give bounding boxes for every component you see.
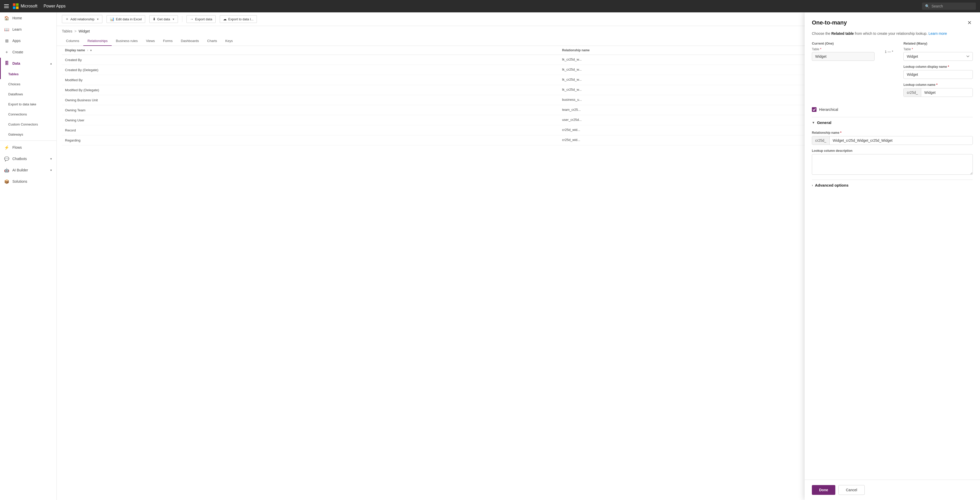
tab-columns[interactable]: Columns xyxy=(62,37,83,46)
breadcrumb-separator: > xyxy=(74,29,76,33)
tab-business-rules[interactable]: Business rules xyxy=(112,37,142,46)
general-chevron-icon: ▼ xyxy=(812,121,815,124)
breadcrumb-tables[interactable]: Tables xyxy=(62,29,72,33)
tab-views[interactable]: Views xyxy=(142,37,159,46)
apps-icon: ⊞ xyxy=(4,38,9,43)
search-icon: 🔍 xyxy=(925,4,929,8)
related-table-label: Table * xyxy=(904,48,973,51)
relationship-name-input-group: cr25d_ xyxy=(812,136,973,145)
cancel-button[interactable]: Cancel xyxy=(838,485,865,495)
sidebar-item-export-to-lake[interactable]: Export to data lake xyxy=(0,99,56,109)
row-display-name: Owning User xyxy=(62,115,559,125)
related-table-select[interactable]: Widget xyxy=(904,52,973,61)
sidebar-item-tables[interactable]: Tables xyxy=(0,69,56,79)
row-display-name: Record xyxy=(62,125,559,135)
row-display-name: Created By xyxy=(62,55,559,65)
edit-data-excel-button[interactable]: 📊 Edit data in Excel xyxy=(107,15,145,23)
tab-relationships[interactable]: Relationships xyxy=(83,37,112,46)
relationship-name-label: Relationship name * xyxy=(812,131,973,135)
sidebar-item-gateways[interactable]: Gateways xyxy=(0,129,56,140)
lookup-desc-field: Lookup column description xyxy=(812,149,973,176)
lookup-name-input[interactable] xyxy=(921,88,972,97)
sidebar-divider xyxy=(0,140,56,141)
tab-forms[interactable]: Forms xyxy=(159,37,177,46)
sidebar-label-apps: Apps xyxy=(13,39,21,43)
sidebar-item-apps[interactable]: ⊞ Apps xyxy=(0,35,56,46)
sidebar-label-custom-connectors: Custom Connectors xyxy=(8,122,38,126)
tab-charts[interactable]: Charts xyxy=(203,37,221,46)
col-header-display-name[interactable]: Display name ↑ ▾ xyxy=(62,46,559,55)
relationship-name-input[interactable] xyxy=(830,137,972,144)
sidebar-item-data[interactable]: 🗄 Data ▲ xyxy=(0,58,56,69)
learn-icon: 📖 xyxy=(4,27,9,32)
microsoft-logo: Microsoft xyxy=(13,3,37,9)
add-relationship-button[interactable]: ＋ Add relationship ▼ xyxy=(62,15,102,23)
one-to-many-panel: One-to-many ✕ Choose the Related table f… xyxy=(805,13,980,500)
export-icon: → xyxy=(190,17,193,21)
row-display-name: Modified By xyxy=(62,75,559,85)
lookup-desc-label: Lookup column description xyxy=(812,149,973,152)
sidebar-item-home[interactable]: 🏠 Home xyxy=(0,13,56,24)
lookup-name-prefix: cr25d_ xyxy=(904,88,921,97)
filter-icon[interactable]: ▾ xyxy=(90,49,92,52)
main-layout: 🏠 Home 📖 Learn ⊞ Apps ＋ Create 🗄 Data ▲ … xyxy=(0,13,980,500)
lookup-desc-textarea[interactable] xyxy=(812,154,973,175)
desc-bold: Related table xyxy=(832,32,854,36)
tab-keys[interactable]: Keys xyxy=(221,37,237,46)
panel-title: One-to-many xyxy=(812,19,847,26)
sidebar-label-home: Home xyxy=(13,16,22,20)
sidebar-item-chatbots[interactable]: 💬 Chatbots ▼ xyxy=(0,153,56,164)
checkmark-icon xyxy=(813,108,816,111)
export-to-data-lake-button[interactable]: ☁ Export to data l... xyxy=(220,15,257,23)
solutions-icon: 📦 xyxy=(4,179,9,184)
chatbots-expand-icon: ▼ xyxy=(50,157,52,160)
sidebar-item-custom-connectors[interactable]: Custom Connectors xyxy=(0,119,56,129)
related-many-col: Related (Many) Table * Widget xyxy=(904,41,973,101)
content-area: ＋ Add relationship ▼ 📊 Edit data in Exce… xyxy=(57,13,980,500)
export-data-button[interactable]: → Export data xyxy=(186,15,216,23)
hierarchical-row: Hierarchical xyxy=(812,107,973,112)
sidebar-item-learn[interactable]: 📖 Learn xyxy=(0,24,56,35)
general-section-title: General xyxy=(817,121,832,125)
sidebar-item-choices[interactable]: Choices xyxy=(0,79,56,89)
data-expand-icon: ▲ xyxy=(50,62,52,65)
advanced-chevron-icon: › xyxy=(812,184,813,187)
sidebar-item-solutions[interactable]: 📦 Solutions xyxy=(0,176,56,187)
desc-text-end: from which to create your relationship l… xyxy=(854,32,928,36)
sidebar-label-flows: Flows xyxy=(13,145,22,149)
current-table-value: Widget xyxy=(812,52,875,61)
sidebar-item-connections[interactable]: Connections xyxy=(0,109,56,119)
sidebar-label-gateways: Gateways xyxy=(8,132,23,137)
export-lake-icon: ☁ xyxy=(223,17,227,21)
tab-dashboards[interactable]: Dashboards xyxy=(177,37,203,46)
related-table-field: Table * Widget xyxy=(904,48,973,61)
hierarchical-checkbox[interactable] xyxy=(812,107,816,112)
sidebar-item-create[interactable]: ＋ Create xyxy=(0,46,56,58)
sidebar-label-solutions: Solutions xyxy=(13,179,27,184)
get-data-icon: ⬇ xyxy=(153,17,156,21)
relationship-tables: Current (One) Table * Widget 1 — * Relat… xyxy=(812,41,973,101)
sidebar-item-flows[interactable]: ⚡ Flows xyxy=(0,142,56,153)
sidebar-label-choices: Choices xyxy=(8,82,21,86)
panel-header: One-to-many ✕ xyxy=(805,13,980,31)
learn-more-link[interactable]: Learn more xyxy=(928,32,947,36)
panel-close-button[interactable]: ✕ xyxy=(966,19,973,27)
sidebar-item-ai-builder[interactable]: 🤖 AI Builder ▼ xyxy=(0,164,56,176)
advanced-options-header[interactable]: › Advanced options xyxy=(812,179,973,190)
relationship-name-field: Relationship name * cr25d_ xyxy=(812,131,973,145)
lookup-display-input[interactable] xyxy=(904,70,973,79)
row-display-name: Created By (Delegate) xyxy=(62,65,559,75)
row-display-name: Modified By (Delegate) xyxy=(62,85,559,95)
general-section-header[interactable]: ▼ General xyxy=(812,117,973,128)
done-button[interactable]: Done xyxy=(812,485,835,495)
sort-icon: ↑ xyxy=(87,49,88,52)
sidebar-label-dataflows: Dataflows xyxy=(8,92,23,96)
search-box[interactable]: 🔍 xyxy=(922,3,976,10)
sidebar-item-dataflows[interactable]: Dataflows xyxy=(0,89,56,99)
search-input[interactable] xyxy=(932,4,973,8)
lookup-name-label: Lookup column name * xyxy=(904,83,973,87)
get-data-button[interactable]: ⬇ Get data ▼ xyxy=(150,15,178,23)
sidebar-label-export-lake: Export to data lake xyxy=(8,102,36,106)
hamburger-menu[interactable] xyxy=(4,5,9,8)
flows-icon: ⚡ xyxy=(4,145,9,150)
